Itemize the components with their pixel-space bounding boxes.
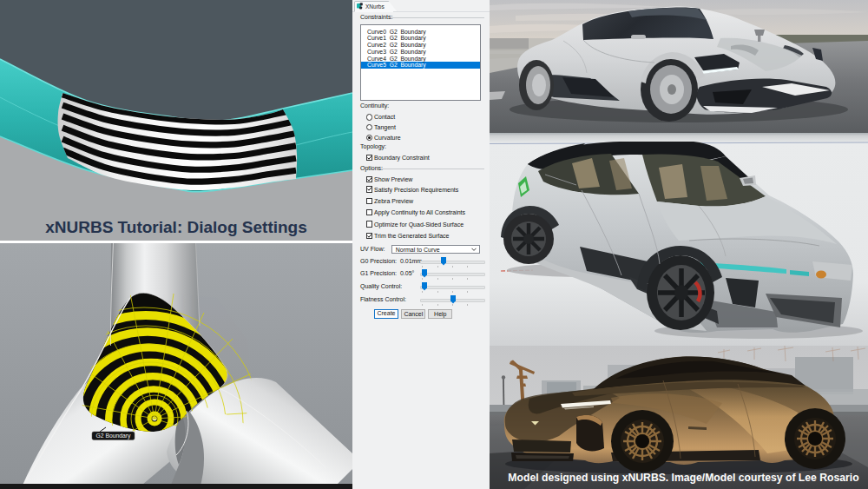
svg-text:Model designed using xNURBS. I: Model designed using xNURBS. Image/Model… [508, 472, 858, 484]
svg-text:xNURBS Tutorial: Dialog Settin: xNURBS Tutorial: Dialog Settings [45, 218, 307, 236]
svg-text:G2 Boundary: G2 Boundary [95, 433, 131, 439]
